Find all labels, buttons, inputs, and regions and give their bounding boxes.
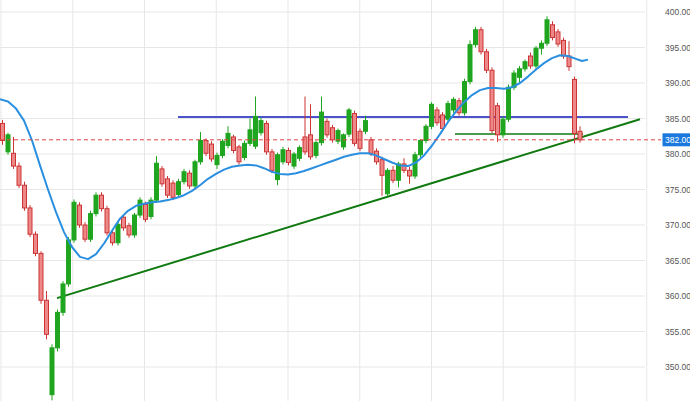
candle[interactable] <box>56 309 60 351</box>
candle-body <box>468 45 472 82</box>
candle[interactable] <box>496 103 500 142</box>
candle[interactable] <box>408 167 412 184</box>
candle[interactable] <box>303 96 307 154</box>
candle[interactable] <box>221 139 225 158</box>
candle[interactable] <box>226 126 230 148</box>
candle[interactable] <box>507 84 511 122</box>
candle[interactable] <box>380 157 384 196</box>
candle[interactable] <box>463 79 467 116</box>
candle[interactable] <box>83 222 87 242</box>
candle[interactable] <box>518 66 522 82</box>
candle-body <box>94 195 98 213</box>
candle[interactable] <box>485 49 489 73</box>
candle[interactable] <box>413 152 417 179</box>
candle[interactable] <box>545 16 549 46</box>
candle[interactable] <box>215 153 219 169</box>
candle[interactable] <box>479 27 483 55</box>
candle[interactable] <box>232 135 236 153</box>
candle[interactable] <box>281 147 285 165</box>
candle[interactable] <box>309 104 313 159</box>
candle[interactable] <box>171 180 175 200</box>
candle[interactable] <box>204 138 208 156</box>
candle[interactable] <box>94 192 98 216</box>
candle[interactable] <box>182 169 186 185</box>
candle[interactable] <box>89 211 93 242</box>
candle[interactable] <box>292 152 296 169</box>
candle[interactable] <box>210 141 214 162</box>
candle-body <box>105 209 109 233</box>
candle[interactable] <box>105 206 109 236</box>
candle[interactable] <box>155 156 159 203</box>
candle-body <box>254 116 258 146</box>
candle[interactable] <box>534 46 538 69</box>
candle[interactable] <box>556 29 560 47</box>
chart-window: 400.00395.00390.00385.00380.00375.00370.… <box>0 0 690 401</box>
candle[interactable] <box>237 145 241 165</box>
chart-canvas[interactable]: 400.00395.00390.00385.00380.00375.00370.… <box>0 0 690 401</box>
candle[interactable] <box>325 119 329 138</box>
candle[interactable] <box>23 182 27 211</box>
candle[interactable] <box>265 121 269 155</box>
candle[interactable] <box>193 160 197 189</box>
candle[interactable] <box>166 176 170 198</box>
candle[interactable] <box>34 231 38 256</box>
candle-body <box>188 173 192 186</box>
candle[interactable] <box>17 163 21 189</box>
candle[interactable] <box>336 128 340 144</box>
candle[interactable] <box>72 199 76 242</box>
candle[interactable] <box>287 148 291 166</box>
candle[interactable] <box>474 27 478 48</box>
candle[interactable] <box>490 67 494 133</box>
candle[interactable] <box>540 40 544 54</box>
candle[interactable] <box>386 168 390 196</box>
candle[interactable] <box>342 133 346 149</box>
candle[interactable] <box>435 107 439 125</box>
candle[interactable] <box>248 119 252 147</box>
candle[interactable] <box>353 111 357 147</box>
last-price-badge: 382.00 <box>663 133 690 146</box>
candle[interactable] <box>138 197 142 218</box>
candle[interactable] <box>298 145 302 161</box>
candle[interactable] <box>391 166 395 183</box>
candle[interactable] <box>320 96 324 145</box>
candle[interactable] <box>177 179 181 197</box>
candle[interactable] <box>430 102 434 129</box>
candle[interactable] <box>270 149 274 173</box>
candle[interactable] <box>39 251 43 304</box>
candle[interactable] <box>254 96 258 149</box>
candle[interactable] <box>12 137 16 169</box>
candle[interactable] <box>452 97 456 113</box>
candle[interactable] <box>61 281 65 316</box>
candle[interactable] <box>50 344 54 400</box>
candle[interactable] <box>6 133 10 155</box>
candle[interactable] <box>133 213 137 238</box>
candle[interactable] <box>501 116 505 137</box>
candle[interactable] <box>199 132 203 165</box>
candle[interactable] <box>573 77 577 144</box>
price-axis[interactable]: 400.00395.00390.00385.00380.00375.00370.… <box>665 7 690 372</box>
candle[interactable] <box>28 205 32 237</box>
candle[interactable] <box>100 192 104 211</box>
candle[interactable] <box>523 60 527 72</box>
candle[interactable] <box>243 141 247 161</box>
candle[interactable] <box>419 139 423 157</box>
candle-body <box>479 30 483 52</box>
candle-body <box>347 110 351 134</box>
candle[interactable] <box>347 108 351 137</box>
candle[interactable] <box>78 202 82 228</box>
candle[interactable] <box>314 141 318 159</box>
candle[interactable] <box>276 153 280 186</box>
candle[interactable] <box>551 21 555 40</box>
candle[interactable] <box>468 40 472 84</box>
candle-body <box>474 30 478 45</box>
candle[interactable] <box>529 52 533 68</box>
candle[interactable] <box>259 118 263 136</box>
candle-body <box>534 48 538 66</box>
candle[interactable] <box>45 291 49 339</box>
candle[interactable] <box>149 197 153 219</box>
candle-body <box>34 234 38 253</box>
candle[interactable] <box>188 170 192 188</box>
candle[interactable] <box>160 166 164 187</box>
candle[interactable] <box>424 124 428 143</box>
candle-body <box>182 172 186 182</box>
